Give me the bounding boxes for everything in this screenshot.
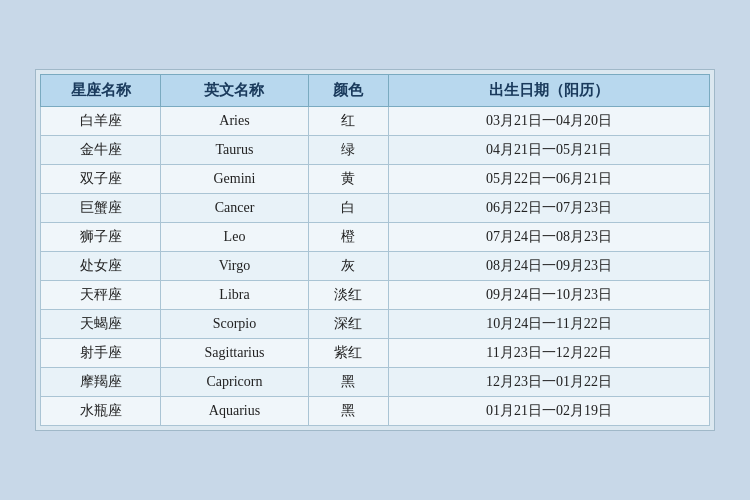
cell-color: 白 (308, 194, 388, 223)
header-date: 出生日期（阳历） (388, 75, 709, 107)
cell-date: 05月22日一06月21日 (388, 165, 709, 194)
cell-zh: 白羊座 (41, 107, 161, 136)
cell-color: 淡红 (308, 281, 388, 310)
table-row: 天秤座Libra淡红09月24日一10月23日 (41, 281, 710, 310)
cell-color: 紫红 (308, 339, 388, 368)
table-row: 狮子座Leo橙07月24日一08月23日 (41, 223, 710, 252)
cell-date: 06月22日一07月23日 (388, 194, 709, 223)
cell-date: 09月24日一10月23日 (388, 281, 709, 310)
header-color: 颜色 (308, 75, 388, 107)
cell-zh: 射手座 (41, 339, 161, 368)
cell-en: Taurus (161, 136, 308, 165)
cell-date: 08月24日一09月23日 (388, 252, 709, 281)
table-row: 摩羯座Capricorn黑12月23日一01月22日 (41, 368, 710, 397)
cell-zh: 天蝎座 (41, 310, 161, 339)
zodiac-table-container: 星座名称 英文名称 颜色 出生日期（阳历） 白羊座Aries红03月21日一04… (35, 69, 715, 431)
cell-en: Capricorn (161, 368, 308, 397)
cell-en: Cancer (161, 194, 308, 223)
table-row: 巨蟹座Cancer白06月22日一07月23日 (41, 194, 710, 223)
table-row: 金牛座Taurus绿04月21日一05月21日 (41, 136, 710, 165)
cell-color: 深红 (308, 310, 388, 339)
cell-zh: 金牛座 (41, 136, 161, 165)
cell-color: 灰 (308, 252, 388, 281)
cell-date: 01月21日一02月19日 (388, 397, 709, 426)
cell-color: 黑 (308, 368, 388, 397)
zodiac-table: 星座名称 英文名称 颜色 出生日期（阳历） 白羊座Aries红03月21日一04… (40, 74, 710, 426)
cell-en: Scorpio (161, 310, 308, 339)
header-en: 英文名称 (161, 75, 308, 107)
cell-zh: 水瓶座 (41, 397, 161, 426)
table-row: 处女座Virgo灰08月24日一09月23日 (41, 252, 710, 281)
cell-color: 橙 (308, 223, 388, 252)
cell-zh: 天秤座 (41, 281, 161, 310)
cell-date: 03月21日一04月20日 (388, 107, 709, 136)
table-row: 水瓶座Aquarius黑01月21日一02月19日 (41, 397, 710, 426)
table-row: 白羊座Aries红03月21日一04月20日 (41, 107, 710, 136)
cell-date: 11月23日一12月22日 (388, 339, 709, 368)
cell-zh: 处女座 (41, 252, 161, 281)
cell-en: Sagittarius (161, 339, 308, 368)
table-header-row: 星座名称 英文名称 颜色 出生日期（阳历） (41, 75, 710, 107)
cell-color: 黑 (308, 397, 388, 426)
cell-color: 红 (308, 107, 388, 136)
cell-date: 07月24日一08月23日 (388, 223, 709, 252)
cell-en: Gemini (161, 165, 308, 194)
cell-en: Virgo (161, 252, 308, 281)
cell-date: 04月21日一05月21日 (388, 136, 709, 165)
cell-en: Libra (161, 281, 308, 310)
cell-date: 12月23日一01月22日 (388, 368, 709, 397)
cell-en: Aries (161, 107, 308, 136)
cell-zh: 狮子座 (41, 223, 161, 252)
table-row: 双子座Gemini黄05月22日一06月21日 (41, 165, 710, 194)
cell-date: 10月24日一11月22日 (388, 310, 709, 339)
cell-en: Leo (161, 223, 308, 252)
cell-en: Aquarius (161, 397, 308, 426)
cell-zh: 巨蟹座 (41, 194, 161, 223)
table-row: 天蝎座Scorpio深红10月24日一11月22日 (41, 310, 710, 339)
cell-zh: 双子座 (41, 165, 161, 194)
header-zh: 星座名称 (41, 75, 161, 107)
cell-color: 黄 (308, 165, 388, 194)
cell-zh: 摩羯座 (41, 368, 161, 397)
table-row: 射手座Sagittarius紫红11月23日一12月22日 (41, 339, 710, 368)
cell-color: 绿 (308, 136, 388, 165)
